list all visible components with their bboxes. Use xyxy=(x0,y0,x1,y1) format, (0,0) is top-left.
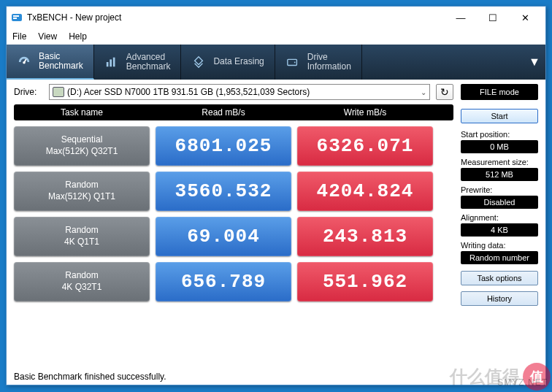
hdd-icon xyxy=(53,87,64,97)
chevron-down-icon: ⌄ xyxy=(421,88,426,96)
menu-view[interactable]: View xyxy=(38,31,57,42)
tab-label: Data Erasing xyxy=(213,57,264,66)
svg-rect-6 xyxy=(110,59,112,66)
write-cell[interactable]: 6326.071 xyxy=(297,126,433,166)
tab-label: Basic Benchmark xyxy=(39,52,83,71)
tab-drive-information[interactable]: Drive Information xyxy=(275,45,362,80)
tab-label: Advanced Benchmark xyxy=(126,53,171,72)
start-button[interactable]: Start xyxy=(461,109,538,123)
menubar: File View Help xyxy=(7,28,545,45)
header-read: Read mB/s xyxy=(156,104,291,120)
erase-icon xyxy=(191,55,206,69)
bars-icon xyxy=(104,55,119,69)
maximize-button[interactable]: ☐ xyxy=(477,7,509,28)
read-cell[interactable]: 3560.532 xyxy=(156,172,291,211)
alignment-label: Alignment: xyxy=(461,213,538,222)
tab-data-erasing[interactable]: Data Erasing xyxy=(181,45,275,80)
benchmark-table: Task name Read mB/s Write mB/s Sequentia… xyxy=(14,104,453,301)
close-button[interactable]: ✕ xyxy=(509,7,541,28)
side-panel: FILE mode Start Start position: 0 MB Mea… xyxy=(461,84,538,307)
titlebar: TxBENCH - New project — ☐ ✕ xyxy=(7,7,545,28)
write-cell[interactable]: 551.962 xyxy=(297,262,433,301)
measurement-size-label: Measurement size: xyxy=(461,158,538,166)
write-cell[interactable]: 243.813 xyxy=(297,217,433,256)
task-name-cell[interactable]: SequentialMax(512K) Q32T1 xyxy=(14,126,150,166)
read-cell[interactable]: 69.004 xyxy=(156,217,291,256)
tab-basic-benchmark[interactable]: Basic Benchmark xyxy=(7,45,94,80)
table-row: RandomMax(512K) Q1T1 3560.532 4204.824 xyxy=(14,172,453,211)
drive-value: (D:) Acer SSD N7000 1TB 931.51 GB (1,953… xyxy=(67,87,310,97)
content-area: Drive: (D:) Acer SSD N7000 1TB 931.51 GB… xyxy=(7,80,545,310)
gauge-icon xyxy=(17,54,31,69)
task-options-button[interactable]: Task options xyxy=(461,271,538,285)
app-icon xyxy=(11,12,23,23)
header-task: Task name xyxy=(14,104,150,120)
benchmark-panel: Drive: (D:) Acer SSD N7000 1TB 931.51 GB… xyxy=(14,84,453,307)
start-position-label: Start position: xyxy=(461,130,538,139)
window-title: TxBENCH - New project xyxy=(27,12,445,23)
svg-rect-7 xyxy=(113,58,115,67)
tab-advanced-benchmark[interactable]: Advanced Benchmark xyxy=(94,45,182,80)
history-button[interactable]: History xyxy=(461,291,538,306)
window-buttons: — ☐ ✕ xyxy=(445,7,541,28)
task-name-cell[interactable]: Random4K Q1T1 xyxy=(14,217,150,256)
drive-info-icon xyxy=(285,55,300,69)
status-bar: Basic Benchmark finished successfully. xyxy=(14,372,166,382)
alignment-value[interactable]: 4 KB xyxy=(461,223,538,237)
menu-help[interactable]: Help xyxy=(69,31,87,42)
read-cell[interactable]: 656.789 xyxy=(156,262,291,301)
source-watermark: SMYZ.NET xyxy=(497,377,548,388)
table-row: Random4K Q32T1 656.789 551.962 xyxy=(14,262,453,301)
prewrite-label: Prewrite: xyxy=(461,185,538,194)
table-header: Task name Read mB/s Write mB/s xyxy=(14,104,453,120)
drive-select[interactable]: (D:) Acer SSD N7000 1TB 931.51 GB (1,953… xyxy=(49,84,430,100)
drive-label: Drive: xyxy=(14,87,43,97)
tab-label: Drive Information xyxy=(307,53,351,72)
start-position-value[interactable]: 0 MB xyxy=(461,140,538,153)
tab-overflow-dropdown[interactable]: ▼ xyxy=(524,45,545,80)
read-cell[interactable]: 6801.025 xyxy=(156,126,291,166)
table-row: SequentialMax(512K) Q32T1 6801.025 6326.… xyxy=(14,126,453,166)
tab-strip: Basic Benchmark Advanced Benchmark Data … xyxy=(7,45,545,80)
writing-data-label: Writing data: xyxy=(461,241,538,250)
drive-row: Drive: (D:) Acer SSD N7000 1TB 931.51 GB… xyxy=(14,84,453,100)
reload-button[interactable]: ↻ xyxy=(436,84,453,100)
file-mode-badge[interactable]: FILE mode xyxy=(461,84,538,100)
svg-rect-1 xyxy=(13,15,19,17)
measurement-size-value[interactable]: 512 MB xyxy=(461,168,538,181)
menu-file[interactable]: File xyxy=(12,31,26,42)
table-row: Random4K Q1T1 69.004 243.813 xyxy=(14,217,453,256)
svg-point-9 xyxy=(294,62,296,64)
svg-rect-2 xyxy=(13,18,17,19)
task-name-cell[interactable]: Random4K Q32T1 xyxy=(14,262,150,301)
write-cell[interactable]: 4204.824 xyxy=(297,172,433,211)
svg-rect-5 xyxy=(107,62,109,66)
task-name-cell[interactable]: RandomMax(512K) Q1T1 xyxy=(14,172,150,211)
prewrite-value[interactable]: Disabled xyxy=(461,196,538,209)
minimize-button[interactable]: — xyxy=(445,7,477,28)
app-window: TxBENCH - New project — ☐ ✕ File View He… xyxy=(6,6,546,385)
writing-data-value[interactable]: Random number xyxy=(461,251,538,264)
header-write: Write mB/s xyxy=(297,104,433,120)
